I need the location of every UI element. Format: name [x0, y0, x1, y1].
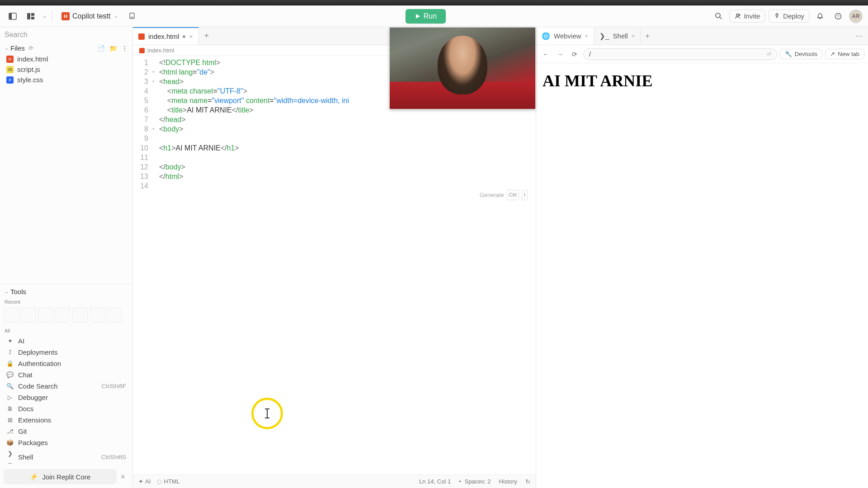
browser-chrome-bar — [0, 0, 868, 5]
breadcrumb-label: index.html — [147, 47, 174, 54]
close-icon[interactable]: × — [189, 33, 193, 40]
tab-webview[interactable]: 🌐 Webview × — [536, 27, 594, 45]
tool-ai[interactable]: ✦AI — [0, 335, 132, 347]
tool-packages[interactable]: 📦Packages — [0, 437, 132, 448]
recent-label: Recent — [0, 297, 132, 306]
doc-icon: 🗎 — [6, 405, 14, 412]
tool-extensions[interactable]: ⊞Extensions — [0, 414, 132, 426]
tool-docs[interactable]: 🗎Docs — [0, 403, 132, 414]
svg-rect-1 — [9, 13, 12, 19]
add-tab-button[interactable]: + — [641, 32, 654, 40]
shortcut-key: I — [522, 190, 528, 200]
invite-label: Invite — [744, 12, 760, 20]
history-icon[interactable]: ↻ — [525, 478, 530, 485]
close-icon[interactable]: × — [585, 33, 589, 39]
user-avatar[interactable]: AR — [849, 9, 863, 23]
tool-label: Authentication — [18, 360, 61, 367]
recent-tool-tile[interactable] — [90, 307, 105, 323]
project-selector[interactable]: H Copilot testt ⌄ — [58, 10, 122, 22]
new-file-icon[interactable] — [125, 9, 140, 23]
editor-pane: index.html × + ⋯ index.html 123456789101… — [133, 27, 536, 488]
dirty-indicator-icon — [183, 35, 185, 38]
editor-statusbar: ✦AI ◌HTML Ln 14, Col 1 Spaces: 2 History… — [133, 474, 536, 488]
close-icon[interactable]: × — [117, 470, 129, 483]
run-button[interactable]: Run — [406, 9, 446, 23]
tab-shell[interactable]: ❯_ Shell × — [594, 27, 641, 45]
sparkle-icon: ✦ — [6, 338, 14, 344]
recent-tool-tile[interactable] — [55, 307, 71, 323]
invite-button[interactable]: Invite — [729, 9, 765, 23]
all-label: All — [0, 326, 132, 335]
tool-deployments[interactable]: ⤴Deployments — [0, 347, 132, 358]
join-label: Join Replit Core — [42, 473, 90, 481]
notifications-icon[interactable] — [813, 9, 827, 23]
statusbar-position[interactable]: Ln 14, Col 1 — [419, 478, 451, 485]
tool-shortcut: CtrlShiftF — [102, 383, 126, 389]
code-editor[interactable]: 1234567891011121314 <!DOCTYPE html> <htm… — [133, 56, 536, 474]
close-icon[interactable]: × — [632, 33, 635, 39]
recent-tool-tile[interactable] — [38, 307, 53, 323]
recent-tool-tile[interactable] — [21, 307, 36, 323]
statusbar-history[interactable]: History — [499, 478, 517, 485]
nav-forward-icon[interactable]: → — [554, 48, 566, 60]
editor-tab-index-html[interactable]: index.html × — [133, 27, 199, 45]
svg-rect-2 — [27, 13, 30, 19]
svg-rect-5 — [130, 13, 134, 19]
tool-authentication[interactable]: 🔒Authentication — [0, 358, 132, 369]
preview-heading: AI MIT ARNIE — [542, 71, 862, 90]
recent-tool-tile[interactable] — [72, 307, 88, 323]
tool-git[interactable]: ⎇Git — [0, 426, 132, 437]
tool-shell[interactable]: ❯_ShellCtrlShiftS — [0, 448, 132, 465]
statusbar-spaces[interactable]: Spaces: 2 — [459, 478, 491, 485]
toggle-sidebar-icon[interactable] — [5, 9, 20, 23]
tool-debugger[interactable]: ▷Debugger — [0, 392, 132, 403]
preview-pane: 🌐 Webview × ❯_ Shell × + ⋯ ← → ⟳ / ⏎ — [536, 27, 868, 488]
layout-chevron-icon[interactable]: ⌄ — [42, 13, 47, 19]
recent-tool-tile[interactable] — [107, 307, 122, 323]
generate-label: Generate — [480, 190, 504, 200]
sync-icon[interactable]: ⟳ — [28, 45, 33, 52]
recent-tool-tile[interactable] — [4, 307, 19, 323]
search-icon[interactable] — [711, 9, 726, 23]
new-folder-icon[interactable]: 📁 — [109, 45, 117, 52]
new-tab-button[interactable]: ↗ New tab — [825, 49, 864, 59]
url-input[interactable]: / ⏎ — [583, 48, 777, 60]
nav-reload-icon[interactable]: ⟳ — [569, 48, 580, 60]
tool-shortcut: CtrlShiftS — [101, 454, 126, 460]
tab-overflow-icon[interactable]: ⋯ — [851, 32, 868, 40]
new-file-icon[interactable]: 📄 — [97, 45, 105, 52]
deploy-button[interactable]: Deploy — [769, 9, 809, 23]
statusbar-ai[interactable]: ✦AI — [138, 478, 151, 485]
tool-chat[interactable]: 💬Chat — [0, 369, 132, 380]
url-value: / — [589, 51, 591, 58]
tools-header[interactable]: ⌄ Tools — [0, 286, 132, 297]
statusbar-lang[interactable]: ◌HTML — [157, 478, 179, 485]
preview-content[interactable]: AI MIT ARNIE — [536, 63, 868, 488]
add-tab-button[interactable]: + — [199, 31, 215, 41]
join-replit-core-button[interactable]: ⚡ Join Replit Core — [4, 469, 117, 484]
svg-point-12 — [777, 14, 778, 15]
html-icon — [139, 48, 145, 53]
rocket-icon: ⤴ — [6, 349, 14, 356]
tab-label: index.html — [148, 33, 179, 40]
code-content[interactable]: <!DOCTYPE html> <html lang="de"> <head> … — [153, 56, 536, 474]
file-item-style-css[interactable]: # style.css — [0, 75, 132, 85]
nav-back-icon[interactable]: ← — [540, 48, 552, 60]
tool-code-search[interactable]: 🔍Code SearchCtrlShiftF — [0, 380, 132, 392]
search-input[interactable] — [5, 31, 128, 39]
tool-label: Docs — [18, 405, 33, 413]
git-icon: ⎇ — [6, 428, 14, 435]
layout-icon[interactable] — [24, 9, 38, 23]
devtools-button[interactable]: 🔧 Devtools — [780, 49, 823, 59]
more-icon[interactable]: ⋮ — [122, 45, 128, 52]
files-header[interactable]: ⌄ Files ⟳ 📄 📁 ⋮ — [0, 42, 132, 54]
help-icon[interactable]: ? — [831, 9, 845, 23]
project-name: Copilot testt — [72, 12, 110, 20]
file-item-index-html[interactable]: H index.html — [0, 54, 132, 64]
loading-icon: ◌ — [157, 478, 162, 485]
generate-hint[interactable]: Generate Ctrl I — [480, 190, 528, 200]
chevron-down-icon: ⌄ — [5, 45, 9, 51]
sparkle-icon: ✦ — [138, 478, 143, 485]
html-icon: H — [6, 56, 14, 63]
file-item-script-js[interactable]: JS script.js — [0, 64, 132, 75]
